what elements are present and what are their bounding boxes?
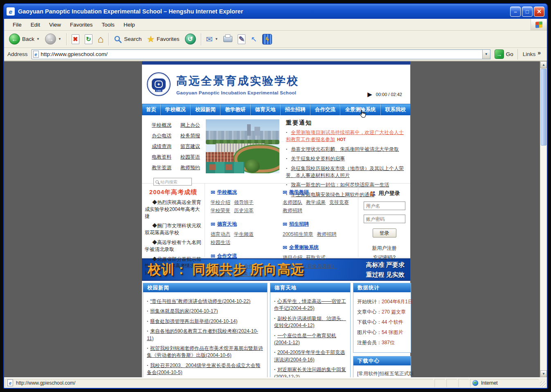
nav-item[interactable]: 联系我校	[381, 104, 410, 115]
category-link[interactable]: 项目介绍	[283, 255, 302, 260]
media-bar-button[interactable]	[260, 32, 274, 46]
quick-link[interactable]: 网上办公	[180, 122, 206, 129]
news-link[interactable]: 膳食处加强管理再出新举措(2004-10-14)	[150, 318, 237, 324]
quick-link[interactable]: 留言建议	[180, 143, 206, 150]
quick-link[interactable]: 校务简报	[180, 132, 206, 139]
login-button[interactable]: 登录	[373, 228, 396, 237]
menu-item[interactable]: Tools	[97, 20, 119, 29]
login-title: 用户登录	[379, 190, 400, 197]
refresh-button[interactable]: ↻	[82, 33, 95, 46]
search-button[interactable]: Search	[111, 34, 144, 45]
nav-item[interactable]: 学校概况	[161, 104, 191, 115]
category-link[interactable]: 德育动态	[211, 231, 230, 237]
moral-link[interactable]: 副校长许讯谈抓吸烟、治源头、促转化(2004-4-12)	[274, 316, 346, 328]
forward-dropdown-icon[interactable]: ▼	[58, 37, 61, 41]
username-field[interactable]	[364, 202, 405, 210]
notice-link[interactable]: 关于征集校史资料的启事	[291, 156, 345, 161]
nav-item[interactable]: 合作交流	[310, 104, 340, 115]
category-link[interactable]: 竞技竞赛	[329, 199, 349, 205]
category-link[interactable]: 学校介绍	[211, 199, 230, 205]
minimize-button[interactable]: –	[510, 7, 521, 17]
notice-link[interactable]: 恭喜文理状元石彩麟、朱禹衡同学被清北大学录取	[291, 146, 399, 152]
address-dropdown-icon[interactable]: ▼	[482, 50, 490, 59]
news-link[interactable]: 我校召开2003、2004级学生家长委员会成立大会预备会(2004-10-5)	[147, 363, 260, 375]
nav-item[interactable]: 教学教研	[220, 104, 250, 115]
mail-button[interactable]: ✉ ▼	[204, 34, 221, 45]
scroll-down-icon[interactable]: ▼	[540, 370, 547, 377]
nav-item[interactable]: 校园新闻	[191, 104, 220, 115]
news-link[interactable]: 祝贺我校刘锦湘老师作品在市美术馆开幕展出暨新诗集《劳动者的布鲁斯》出版(2004…	[147, 345, 263, 358]
scrollbar-thumb[interactable]	[541, 69, 547, 146]
back-dropdown-icon[interactable]: ▼	[36, 37, 40, 41]
category-link[interactable]: 学校荣誉	[211, 208, 230, 213]
quick-link[interactable]: 学校概况	[152, 122, 177, 129]
nav-item[interactable]: 德育天地	[251, 104, 281, 115]
print-button[interactable]	[221, 34, 235, 44]
back-icon: ←	[9, 34, 20, 45]
go-button[interactable]: → Go	[493, 49, 515, 59]
envelope-icon: ✉	[211, 190, 215, 195]
favorites-button[interactable]: ★ Favorites	[144, 33, 182, 45]
category-title-link[interactable]: 德育天地	[217, 221, 237, 228]
notice-link[interactable]: 急征集我校历届校友市级（地市级）及其以上个人荣誉、本人事迹材料和本人照片	[286, 166, 404, 178]
scroll-up-icon[interactable]: ▲	[540, 61, 547, 68]
forward-button[interactable]: → ▼	[43, 32, 64, 46]
category-link[interactable]: 学生频道	[234, 231, 254, 237]
register-link[interactable]: 新用户注册	[362, 244, 407, 253]
main-nav: 首页学校概况校园新闻教学教研德育天地招生招聘合作交流全景测验系统联系我校	[142, 104, 410, 115]
back-button[interactable]: ← Back ▼	[7, 32, 42, 46]
moral-link[interactable]: 心系学生，情牵高远——宿管工作手记(2004-4-25)	[274, 298, 346, 311]
category-title-link[interactable]: 学校概况	[217, 189, 237, 196]
moral-link[interactable]: 对近期家长关注问题的集中回复(2003-12-2)	[274, 367, 346, 377]
maximize-button[interactable]: □	[522, 7, 533, 17]
quick-link[interactable]: 教学资源	[152, 164, 177, 171]
window-titlebar[interactable]: e Gaoyuan Panoptic Incubation Experiment…	[4, 4, 547, 19]
news-link[interactable]: 来自各地的590名教育工作者到我校考察(2024-10-11)	[147, 328, 258, 341]
links-toolbar[interactable]: Links	[517, 49, 545, 60]
menu-item[interactable]: Edit	[26, 20, 45, 29]
quick-link[interactable]: 教师预约	[180, 164, 206, 171]
quick-link[interactable]: 办公电话	[152, 132, 177, 139]
home-button[interactable]: ⌂	[95, 33, 106, 46]
password-field[interactable]	[364, 215, 405, 223]
vertical-scrollbar[interactable]: ▲ ▼	[540, 61, 547, 377]
menu-item[interactable]: Help	[119, 20, 139, 29]
category-title-link[interactable]: 招生招聘	[289, 221, 309, 228]
address-field[interactable]: e ▼	[31, 49, 490, 59]
category-link[interactable]: 教学成果	[306, 199, 326, 205]
category-link[interactable]: 领导班子	[234, 199, 254, 205]
address-input[interactable]	[41, 51, 480, 57]
nav-item[interactable]: 首页	[142, 104, 161, 115]
close-button[interactable]: ✕	[534, 7, 544, 17]
moral-link[interactable]: 2004-2005学年学生会干部竞选演说词(2004-9-16)	[274, 349, 345, 362]
nav-item[interactable]: 招生招聘	[281, 104, 310, 115]
discuss-button[interactable]: ↖	[248, 34, 259, 45]
category-link[interactable]: 教师招聘	[283, 208, 302, 213]
menu-item[interactable]: File	[8, 20, 26, 29]
quick-link[interactable]: 校园英语	[180, 154, 206, 161]
download-link[interactable]: [常用软件]恒枢五笔正式版	[357, 371, 414, 376]
category-link[interactable]: 历史沿革	[234, 208, 254, 213]
mail-dropdown-icon[interactable]: ▼	[215, 37, 218, 41]
category-link[interactable]: 2005招生简章	[283, 231, 313, 237]
category-title-link[interactable]: 合作交流	[217, 253, 237, 260]
nav-item[interactable]: 全景测验系统	[340, 104, 381, 115]
category-link[interactable]: 校园生活	[211, 240, 230, 245]
quick-link[interactable]: 电教资料	[152, 154, 177, 161]
resize-grip[interactable]	[540, 381, 546, 387]
history-button[interactable]: ↺	[182, 32, 198, 46]
stop-button[interactable]: ✖	[69, 33, 82, 46]
news-link[interactable]: 班集体就是我的家(2004-10-17)	[150, 308, 218, 314]
edit-button[interactable]: ✎	[235, 33, 248, 46]
moral-link[interactable]: 一个座位也是一个教育契机(2004-1-12)	[274, 333, 336, 345]
category-link[interactable]: 教师招聘	[317, 231, 337, 237]
menu-item[interactable]: View	[45, 20, 65, 29]
category-link[interactable]: 获取方式	[306, 255, 326, 260]
category-title-link[interactable]: 教学教研	[289, 189, 309, 196]
news-link[interactable]: “责任与担当”教师演讲会情动师生(2004-10-22)	[150, 298, 250, 304]
quick-link[interactable]: 成绩查询	[152, 143, 177, 150]
category-link[interactable]: 名师团队	[283, 199, 302, 205]
menu-item[interactable]: Favorites	[65, 20, 97, 29]
category-title-link[interactable]: 全景测验系统	[289, 244, 319, 251]
play-icon[interactable]: ▶	[367, 91, 372, 97]
